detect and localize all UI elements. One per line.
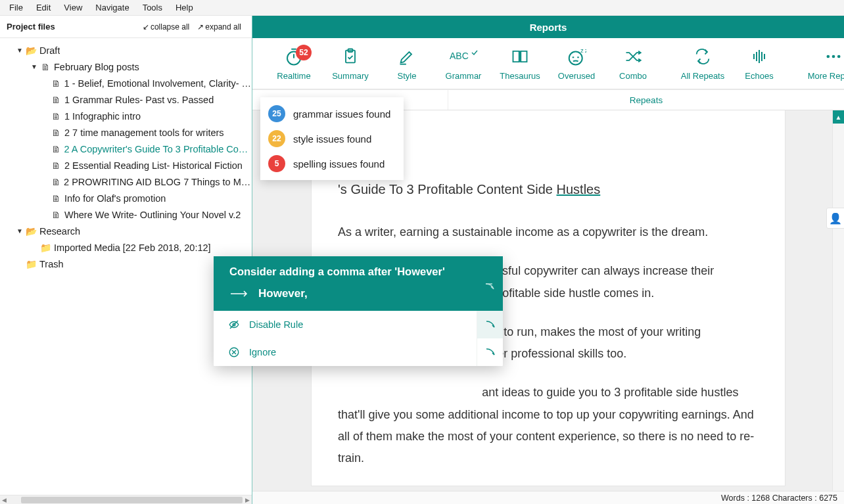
realtime-issues-popover: 25 grammar issues found 22 style issues … xyxy=(260,97,404,180)
tree-folder-february[interactable]: ▼ 🗎 February Blog posts xyxy=(0,58,252,75)
style-issues-row[interactable]: 22 style issues found xyxy=(260,126,404,151)
document-icon: 🗎 xyxy=(50,111,62,122)
folder-icon: 📁 xyxy=(39,242,51,253)
vertical-scrollbar[interactable]: ▲ xyxy=(832,110,844,491)
toolbar-label: Realtime xyxy=(277,71,310,81)
tree-file[interactable]: 🗎1 - Belief, Emotional Involvement, Clar… xyxy=(0,75,252,91)
menu-help[interactable]: Help xyxy=(169,1,200,14)
grammar-button[interactable]: ABC Grammar xyxy=(435,46,492,81)
tree-file[interactable]: 🗎1 Grammar Rules- Past vs. Passed xyxy=(0,91,252,108)
tree-label: 2 PROWRITING AID BLOG 7 Things to Master xyxy=(61,177,252,187)
user-icon: 👤 xyxy=(829,212,842,225)
sidebar-header: Project files ↙ collapse all ↗ expand al… xyxy=(0,16,252,38)
svg-text:ABC: ABC xyxy=(450,51,469,61)
thesaurus-button[interactable]: Thesaurus xyxy=(492,46,548,81)
document-icon: 🗎 xyxy=(50,95,62,105)
next-issue-icon[interactable] xyxy=(484,283,495,290)
scroll-left-icon[interactable]: ◀ xyxy=(0,497,9,503)
toolbar-label: Grammar xyxy=(446,71,482,81)
menu-navigate[interactable]: Navigate xyxy=(89,1,135,14)
menu-tools[interactable]: Tools xyxy=(136,1,169,14)
echoes-button[interactable]: Echoes xyxy=(731,46,787,81)
svg-point-8 xyxy=(837,55,841,58)
sidebar-horizontal-scrollbar[interactable]: ◀ ▶ xyxy=(0,495,252,504)
spelling-issues-row[interactable]: 5 spelling issues found xyxy=(260,151,404,176)
tree-label: 2 7 time management tools for writers xyxy=(62,127,224,138)
grammar-issues-row[interactable]: 25 grammar issues found xyxy=(260,101,404,126)
tree-label: Trash xyxy=(37,259,64,269)
scroll-up-icon[interactable]: ▲ xyxy=(833,110,844,124)
folder-open-icon: 📂 xyxy=(25,45,37,56)
tree-label: 1 - Belief, Emotional Involvement, Clari… xyxy=(62,78,252,89)
disable-rule-button[interactable]: Disable Rule xyxy=(214,311,477,338)
suggestion-replacement: However, xyxy=(258,287,308,300)
reports-toolbar: 52 Realtime Summary Style ABC Grammar xyxy=(252,38,844,89)
action-label: Disable Rule xyxy=(249,319,303,330)
subnav-repeats[interactable]: Repeats xyxy=(448,90,844,110)
ignore-button[interactable]: Ignore xyxy=(214,338,477,366)
tree-folder-research[interactable]: ▼ 📂 Research xyxy=(0,223,252,239)
document-icon: 🗎 xyxy=(50,193,62,204)
document-icon: 🗎 xyxy=(50,210,62,220)
tree-label: Where We Write- Outlining Your Novel v.2 xyxy=(62,210,241,220)
chevron-down-icon: ▼ xyxy=(14,47,25,54)
reports-title: Reports xyxy=(530,22,567,33)
tree-file[interactable]: 🗎Where We Write- Outlining Your Novel v.… xyxy=(0,206,252,223)
toolbar-label: Echoes xyxy=(745,71,773,81)
soundwave-icon xyxy=(749,46,770,67)
tree-label: Info for Olaf's promotion xyxy=(62,193,166,204)
scrollbar-thumb[interactable] xyxy=(21,497,243,503)
arrow-right-icon xyxy=(229,290,249,298)
text-run: a profitable side hustle comes in. xyxy=(482,286,654,300)
reports-header: Reports xyxy=(252,16,844,38)
realtime-button[interactable]: 52 Realtime xyxy=(266,46,322,81)
svg-point-7 xyxy=(832,55,835,58)
menu-view[interactable]: View xyxy=(57,1,89,14)
tree-folder-draft[interactable]: ▼ 📂 Draft xyxy=(0,42,252,58)
more-reports-button[interactable]: More Reports xyxy=(801,46,844,81)
scroll-right-icon[interactable]: ▶ xyxy=(243,497,252,503)
tree-file[interactable]: 🗎2 PROWRITING AID BLOG 7 Things to Maste… xyxy=(0,173,252,190)
tree-file[interactable]: 🗎2 7 time management tools for writers xyxy=(0,124,252,141)
suggestion-title: Consider adding a comma after 'However' xyxy=(229,265,491,278)
issue-label: spelling issues found xyxy=(293,158,385,170)
combo-button[interactable]: Combo xyxy=(605,46,661,81)
collapse-icon: ↙ xyxy=(143,22,149,32)
toolbar-label: More Reports xyxy=(808,71,844,81)
folder-open-icon: 📂 xyxy=(25,226,37,237)
action-label: Ignore xyxy=(249,347,276,357)
tree-folder-imported[interactable]: 📁 Imported Media [22 Feb 2018, 20:12] xyxy=(0,239,252,256)
all-repeats-button[interactable]: All Repeats xyxy=(674,46,731,81)
menu-file[interactable]: File xyxy=(3,1,30,14)
suggestion-header[interactable]: Consider adding a comma after 'However' … xyxy=(214,256,503,311)
tree-file-selected[interactable]: 🗎2 A Copywriter's Guide To 3 Profitable … xyxy=(0,141,252,157)
tree-file[interactable]: 🗎Info for Olaf's promotion xyxy=(0,190,252,206)
status-bar: Words : 1268 Characters : 6275 xyxy=(252,491,844,504)
toolbar-label: Style xyxy=(398,71,417,81)
close-circle-icon xyxy=(228,346,240,358)
tree-label: 1 Infographic intro xyxy=(62,111,141,122)
status-text: Words : 1268 Characters : 6275 xyxy=(721,493,837,503)
overused-button[interactable]: z z Overused xyxy=(548,46,605,81)
tree-label: Research xyxy=(37,226,80,237)
collapse-all-button[interactable]: ↙ collapse all xyxy=(139,21,193,33)
chevron-down-icon: ▼ xyxy=(14,227,25,235)
menu-edit[interactable]: Edit xyxy=(30,1,57,14)
tree-file[interactable]: 🗎2 Essential Reading List- Historical Fi… xyxy=(0,157,252,173)
summary-button[interactable]: Summary xyxy=(322,46,379,81)
tree-label: 1 Grammar Rules- Past vs. Passed xyxy=(62,95,214,105)
expand-all-button[interactable]: ↗ expand all xyxy=(193,21,245,33)
document-icon: 🗎 xyxy=(50,160,62,171)
text-run: ant ideas to guide you to 3 profitable s… xyxy=(338,386,754,465)
toolbar-label: All Repeats xyxy=(681,71,724,81)
account-button[interactable]: 👤 xyxy=(826,208,844,229)
style-button[interactable]: Style xyxy=(379,46,435,81)
suggestion-nav xyxy=(477,311,503,366)
tree-file[interactable]: 🗎1 Infographic intro xyxy=(0,108,252,124)
nav-next-alt-icon[interactable] xyxy=(477,338,503,366)
svg-text:z z: z z xyxy=(580,47,586,54)
tree-label: 2 A Copywriter's Guide To 3 Profitable C… xyxy=(62,144,252,154)
nav-next-icon[interactable] xyxy=(477,311,503,338)
ellipsis-icon xyxy=(824,46,843,67)
text-run: asy to run, makes the most of your writi… xyxy=(482,325,701,338)
